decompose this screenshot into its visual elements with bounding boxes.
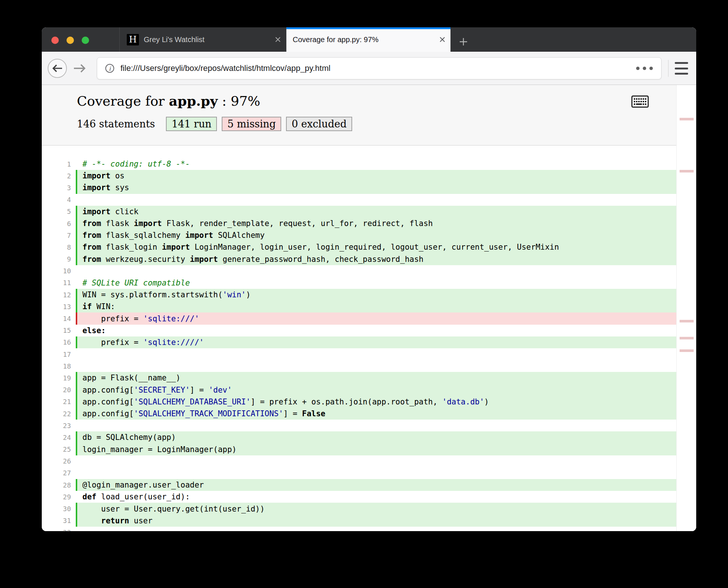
code-line: 12WIN = sys.platform.startswith('win')	[42, 289, 676, 301]
page-actions-icon[interactable]	[636, 66, 653, 70]
code-text: else:	[76, 325, 676, 336]
back-button[interactable]	[48, 59, 67, 78]
missing-line-marker	[680, 170, 694, 172]
missing-filter-button[interactable]: 5 missing	[222, 117, 281, 131]
code-text: app.config['SQLALCHEMY_TRACK_MODIFICATIO…	[76, 408, 676, 420]
report-header: Coverage for app.py : 97% 146 statements…	[42, 85, 676, 146]
code-line: 18	[42, 360, 676, 372]
line-number: 6	[42, 220, 71, 228]
code-line: 10	[42, 265, 676, 277]
line-number: 32	[42, 529, 71, 531]
statements-count: 146 statements	[77, 118, 155, 130]
line-number: 15	[42, 327, 71, 334]
code-text: import click	[76, 206, 676, 218]
line-number: 18	[42, 362, 71, 370]
line-number: 5	[42, 208, 71, 215]
code-text: app = Flask(__name__)	[76, 372, 676, 384]
code-text: prefix = 'sqlite:////'	[76, 336, 676, 348]
code-text: # SQLite URI compatible	[76, 277, 676, 289]
code-text: login_manager = LoginManager(app)	[76, 444, 676, 455]
line-number: 14	[42, 315, 71, 322]
line-number: 8	[42, 243, 71, 251]
code-line: 28@login_manager.user_loader	[42, 479, 676, 491]
back-arrow-icon	[52, 64, 63, 73]
line-number: 31	[42, 517, 71, 524]
code-line: 29def load_user(user_id):	[42, 491, 676, 503]
code-line: 31 return user	[42, 515, 676, 527]
line-number: 17	[42, 351, 71, 358]
code-line: 4	[42, 194, 676, 206]
excluded-filter-button[interactable]: 0 excluded	[286, 117, 352, 131]
tab-bar: H Grey Li's Watchlist Coverage for app.p…	[42, 27, 696, 52]
code-line: 21app.config['SQLALCHEMY_DATABASE_URI'] …	[42, 396, 676, 408]
active-tab-accent	[286, 27, 450, 29]
line-number: 28	[42, 481, 71, 489]
site-info-icon[interactable]: i	[105, 64, 114, 73]
code-text: import os	[76, 170, 676, 182]
code-text: if WIN:	[76, 301, 676, 312]
line-number: 22	[42, 410, 71, 418]
line-number: 4	[42, 196, 71, 204]
code-line: 26	[42, 455, 676, 467]
coverage-stats: 146 statements 141 run 5 missing 0 exclu…	[77, 117, 352, 131]
new-tab-button[interactable]	[459, 37, 468, 47]
code-line: 13if WIN:	[42, 301, 676, 312]
close-window-button[interactable]	[51, 37, 59, 44]
tab-watchlist[interactable]: H Grey Li's Watchlist	[119, 27, 286, 52]
missing-line-marker	[680, 118, 694, 120]
code-line: 17	[42, 348, 676, 360]
code-line: 14 prefix = 'sqlite:///'	[42, 312, 676, 324]
line-number: 27	[42, 469, 71, 477]
code-line: 23	[42, 420, 676, 431]
title-filename: app.py	[169, 93, 218, 109]
forward-button[interactable]	[73, 63, 86, 74]
title-percent: : 97%	[218, 93, 260, 109]
tab-coverage[interactable]: Coverage for app.py: 97%	[286, 27, 450, 52]
code-text	[76, 360, 676, 372]
code-line: 3import sys	[42, 182, 676, 194]
address-bar[interactable]: i file:///Users/greyli/box/repos/watchli…	[97, 57, 661, 79]
keyboard-shortcuts-icon[interactable]	[631, 95, 649, 108]
code-text	[76, 527, 676, 531]
line-number: 10	[42, 267, 71, 275]
code-line: 30 user = User.query.get(int(user_id))	[42, 503, 676, 514]
code-text: from flask_login import LoginManager, lo…	[76, 241, 676, 253]
watchlist-favicon-icon: H	[127, 34, 139, 45]
scrollbar-track[interactable]	[676, 85, 696, 531]
code-line: 22app.config['SQLALCHEMY_TRACK_MODIFICAT…	[42, 408, 676, 420]
close-tab-icon[interactable]	[439, 37, 445, 42]
code-text: app.config['SECRET_KEY'] = 'dev'	[76, 384, 676, 396]
code-line: 6from flask import Flask, render_templat…	[42, 218, 676, 229]
code-text	[76, 455, 676, 467]
code-text: @login_manager.user_loader	[76, 479, 676, 491]
code-line: 19app = Flask(__name__)	[42, 372, 676, 384]
browser-window: H Grey Li's Watchlist Coverage for app.p…	[42, 27, 696, 531]
missing-line-marker	[680, 349, 694, 352]
window-controls	[51, 37, 89, 44]
run-filter-button[interactable]: 141 run	[166, 117, 217, 131]
line-number: 12	[42, 291, 71, 299]
code-text: WIN = sys.platform.startswith('win')	[76, 289, 676, 301]
code-line: 2import os	[42, 170, 676, 182]
code-text: from flask import Flask, render_template…	[76, 218, 676, 229]
code-text: import sys	[76, 182, 676, 194]
code-line: 1# -*- coding: utf-8 -*-	[42, 158, 676, 170]
minimize-window-button[interactable]	[67, 37, 74, 44]
line-number: 19	[42, 374, 71, 382]
code-line: 24db = SQLAlchemy(app)	[42, 431, 676, 443]
toolbar: i file:///Users/greyli/box/repos/watchli…	[42, 52, 696, 85]
zoom-window-button[interactable]	[82, 37, 89, 44]
code-text: prefix = 'sqlite:///'	[76, 312, 676, 324]
code-text: db = SQLAlchemy(app)	[76, 431, 676, 443]
code-line: 20app.config['SECRET_KEY'] = 'dev'	[42, 384, 676, 396]
close-tab-icon[interactable]	[275, 37, 281, 42]
title-prefix: Coverage for	[77, 93, 169, 109]
code-line: 27	[42, 467, 676, 479]
line-number: 11	[42, 279, 71, 287]
menu-button[interactable]	[675, 62, 688, 75]
line-number: 7	[42, 232, 71, 239]
line-number: 9	[42, 255, 71, 263]
code-text	[76, 420, 676, 431]
code-listing: 1# -*- coding: utf-8 -*-2import os3impor…	[42, 146, 676, 531]
code-text: return user	[76, 515, 676, 527]
